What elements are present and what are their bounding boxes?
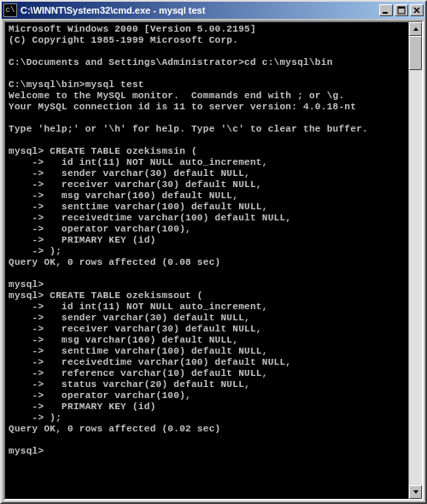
- svg-rect-2: [398, 7, 405, 9]
- window-title: C:\WINNT\System32\cmd.exe - mysql test: [20, 5, 379, 15]
- vertical-scrollbar[interactable]: [408, 22, 422, 499]
- maximize-icon: [397, 6, 406, 15]
- svg-rect-0: [383, 12, 388, 14]
- app-icon: c\: [3, 3, 17, 17]
- scroll-thumb[interactable]: [409, 36, 422, 70]
- minimize-button[interactable]: [379, 4, 393, 16]
- client-area: Microsoft Windows 2000 [Version 5.00.219…: [3, 21, 424, 501]
- close-icon: [412, 6, 421, 15]
- scroll-up-button[interactable]: [409, 22, 422, 36]
- command-prompt-window: c\ C:\WINNT\System32\cmd.exe - mysql tes…: [0, 0, 427, 504]
- chevron-down-icon: [412, 489, 419, 495]
- minimize-icon: [382, 6, 390, 15]
- scroll-track[interactable]: [409, 36, 422, 485]
- terminal-output[interactable]: Microsoft Windows 2000 [Version 5.00.219…: [5, 22, 408, 499]
- chevron-up-icon: [412, 26, 419, 32]
- titlebar[interactable]: c\ C:\WINNT\System32\cmd.exe - mysql tes…: [2, 2, 425, 19]
- window-controls: [379, 4, 424, 16]
- maximize-button[interactable]: [395, 4, 408, 16]
- scroll-down-button[interactable]: [409, 485, 422, 499]
- close-button[interactable]: [410, 4, 424, 16]
